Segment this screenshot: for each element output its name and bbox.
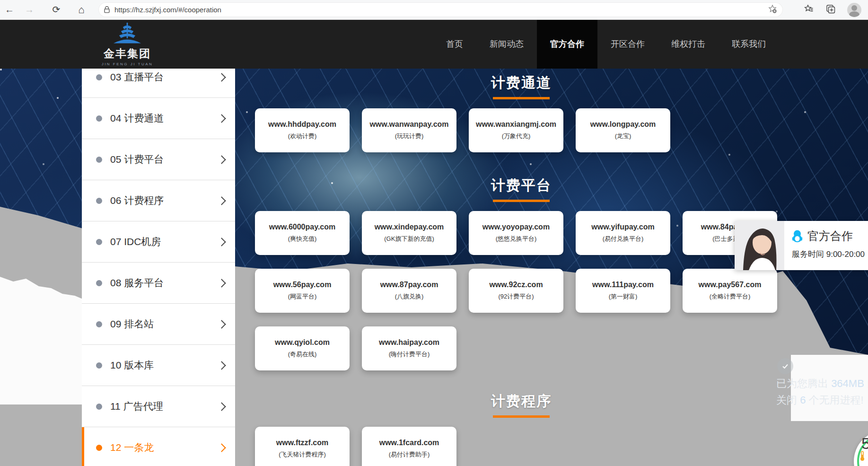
add-favorite-icon[interactable] xyxy=(768,4,777,16)
sidebar-item-label: 07 IDC机房 xyxy=(110,235,219,248)
partner-domain: www.6000pay.com xyxy=(269,223,336,231)
bullet-icon xyxy=(96,280,102,286)
chevron-right-icon xyxy=(217,73,226,81)
partner-domain: www.ftzzf.com xyxy=(276,439,329,447)
sidebar-item-label: 04 计费通道 xyxy=(110,112,219,125)
forward-icon[interactable]: → xyxy=(21,0,38,19)
toast-line-2: 关闭 6 个无用进程! xyxy=(776,393,864,407)
service-popup-title: 官方合作 xyxy=(807,229,853,244)
chevron-right-icon xyxy=(217,114,226,123)
partner-card[interactable]: www.6000pay.com (爽快充值) xyxy=(255,211,350,255)
partner-card[interactable]: www.ftzzf.com (飞天猪计费程序) xyxy=(255,427,350,466)
main-nav: 首页新闻动态官方合作开区合作维权打击联系我们 xyxy=(433,19,779,69)
bullet-icon xyxy=(96,362,102,369)
sidebar-item[interactable]: 09 排名站 xyxy=(82,304,235,345)
nav-item[interactable]: 联系我们 xyxy=(719,19,779,69)
partner-domain: www.longpay.com xyxy=(590,120,656,129)
partner-name: (龙宝) xyxy=(615,132,631,141)
partner-card[interactable]: www.yoyopay.com (悠悠兑换平台) xyxy=(469,211,563,255)
sidebar-item[interactable]: 12 一条龙 xyxy=(82,427,235,466)
favorites-icon[interactable] xyxy=(804,4,814,16)
partner-domain: www.111pay.com xyxy=(592,281,654,289)
bullet-icon xyxy=(96,157,102,163)
nav-item[interactable]: 首页 xyxy=(433,19,476,69)
partner-card[interactable]: www.haipay.com (嗨付计费平台) xyxy=(362,326,456,370)
section-title-underline xyxy=(493,97,550,99)
profile-avatar[interactable] xyxy=(847,3,861,17)
card-grid: www.hhddpay.com (欢动计费) www.wanwanpay.com… xyxy=(255,108,788,152)
logo-title: 金丰集团 xyxy=(94,46,161,61)
sidebar-item-label: 08 服务平台 xyxy=(110,276,219,290)
bullet-icon xyxy=(96,74,102,80)
partner-card[interactable]: www.pay567.com (全略计费平台) xyxy=(683,269,777,313)
speedup-badge[interactable]: 5 xyxy=(854,431,868,466)
section-title: 计费平台 xyxy=(255,176,788,195)
partner-card[interactable]: www.yifupay.com (易付兑换平台) xyxy=(576,211,670,255)
partner-name: (爽快充值) xyxy=(288,235,317,243)
partner-name: (奇易在线) xyxy=(288,350,317,359)
partner-domain: www.yoyopay.com xyxy=(482,223,550,231)
sidebar-item[interactable]: 06 计费程序 xyxy=(82,180,235,221)
partner-card[interactable]: www.hhddpay.com (欢动计费) xyxy=(255,108,350,152)
nav-item[interactable]: 维权打击 xyxy=(658,19,719,69)
nav-item-label: 联系我们 xyxy=(732,39,766,49)
sidebar-item-label: 10 版本库 xyxy=(110,359,219,372)
bullet-icon xyxy=(96,239,102,245)
sidebar-item-label: 11 广告代理 xyxy=(110,400,219,413)
partner-name: (八旗兑换) xyxy=(395,292,424,301)
card-grid: www.ftzzf.com (飞天猪计费程序) www.1fcard.com (… xyxy=(255,427,788,466)
partner-card[interactable]: www.xindepay.com (GK旗下新的充值) xyxy=(362,211,456,255)
service-info: 官方合作 服务时间 9:00-20:00 xyxy=(784,221,865,270)
nav-item-label: 首页 xyxy=(446,39,463,49)
sidebar-item[interactable]: 03 直播平台 xyxy=(82,69,235,98)
partner-card[interactable]: www.qyiol.com (奇易在线) xyxy=(255,326,350,370)
logo-subtitle: JIN FENG JI TUAN xyxy=(94,62,161,66)
sidebar-item[interactable]: 05 计费平台 xyxy=(82,139,235,180)
partner-card[interactable]: www.longpay.com (龙宝) xyxy=(576,108,670,152)
service-hours: 服务时间 9:00-20:00 xyxy=(792,249,865,260)
customer-service-popup[interactable]: 官方合作 服务时间 9:00-20:00 xyxy=(735,221,868,270)
speedup-value: 5 xyxy=(861,434,868,453)
nav-item[interactable]: 官方合作 xyxy=(537,19,597,69)
url-text[interactable]: https://hz.szjfxj.com/#/cooperation xyxy=(114,6,768,14)
partner-card[interactable]: www.111pay.com (第一财富) xyxy=(576,269,670,313)
sidebar-item[interactable]: 04 计费通道 xyxy=(82,98,235,139)
section: 计费通道 www.hhddpay.com (欢动计费) www.wanwanpa… xyxy=(255,73,788,152)
chevron-right-icon xyxy=(217,155,226,164)
sidebar-item[interactable]: 11 广告代理 xyxy=(82,386,235,427)
back-icon[interactable]: ← xyxy=(1,0,18,19)
partner-card[interactable]: www.wanxiangmj.com (万象代充) xyxy=(469,108,563,152)
thermometer-icon xyxy=(859,451,865,461)
nav-item-label: 官方合作 xyxy=(550,39,584,49)
home-icon[interactable]: ⌂ xyxy=(73,0,90,19)
collections-icon[interactable] xyxy=(825,4,836,16)
sidebar-item[interactable]: 07 IDC机房 xyxy=(82,221,235,263)
partner-card[interactable]: www.56pay.com (网蓝平台) xyxy=(255,269,350,313)
partner-name: (嗨付计费平台) xyxy=(389,350,430,359)
nav-item[interactable]: 新闻动态 xyxy=(476,19,537,69)
partner-card[interactable]: www.1fcard.com (易付计费助手) xyxy=(362,427,456,466)
site-logo[interactable]: 金丰集团 JIN FENG JI TUAN xyxy=(94,22,161,66)
partner-card[interactable]: www.87pay.com (八旗兑换) xyxy=(362,269,456,313)
partner-domain: www.92cz.com xyxy=(489,281,543,289)
site-header: 金丰集团 JIN FENG JI TUAN 首页新闻动态官方合作开区合作维权打击… xyxy=(0,19,868,69)
nav-item-label: 维权打击 xyxy=(671,39,705,49)
sidebar-item[interactable]: 10 版本库 xyxy=(82,345,235,386)
address-bar[interactable]: https://hz.szjfxj.com/#/cooperation xyxy=(98,2,783,17)
partner-name: (飞天猪计费程序) xyxy=(279,450,326,459)
section: 计费程序 www.ftzzf.com (飞天猪计费程序) www.1fcard.… xyxy=(255,392,788,466)
nav-item[interactable]: 开区合作 xyxy=(597,19,658,69)
partner-domain: www.yifupay.com xyxy=(591,223,654,231)
partner-domain: www.haipay.com xyxy=(379,338,439,347)
pagoda-logo-icon xyxy=(112,22,143,45)
partner-card[interactable]: www.92cz.com (92计费平台) xyxy=(469,269,563,313)
category-list: 03 直播平台 04 计费通道 05 计费平台 06 计费程序 07 I xyxy=(82,69,235,466)
partner-name: (全略计费平台) xyxy=(710,292,751,301)
partner-domain: www.87pay.com xyxy=(380,281,438,289)
partner-card[interactable]: www.wanwanpay.com (玩玩计费) xyxy=(362,108,456,152)
chevron-right-icon xyxy=(217,196,226,205)
partner-name: (万象代充) xyxy=(502,132,531,141)
refresh-icon[interactable]: ⟳ xyxy=(48,0,65,19)
sidebar-item[interactable]: 08 服务平台 xyxy=(82,263,235,304)
lock-icon xyxy=(104,6,110,13)
